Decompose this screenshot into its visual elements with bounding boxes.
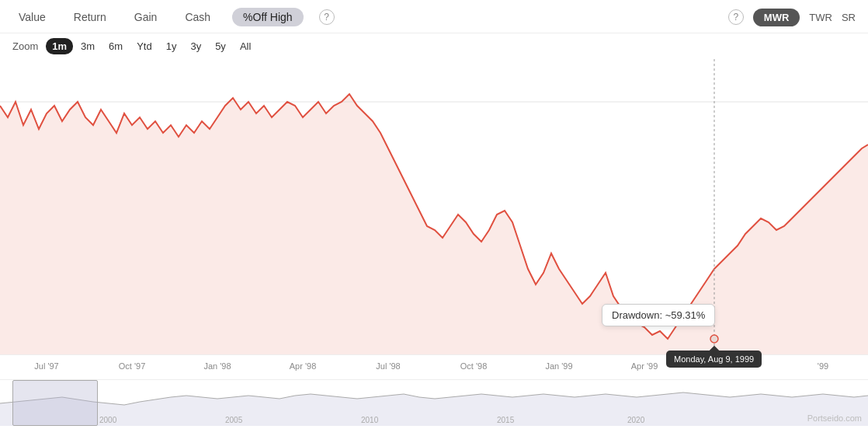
twr-button[interactable]: TWR <box>809 12 832 23</box>
x-label-apr99: Apr '99 <box>631 361 658 371</box>
zoom-6m[interactable]: 6m <box>102 38 129 54</box>
mini-chart: 2000 2005 2010 2015 2020 Portseido.com <box>0 379 868 426</box>
mini-chart-svg <box>0 380 868 426</box>
date-tooltip-text: Monday, Aug 9, 1999 <box>674 354 754 364</box>
nav-value[interactable]: Value <box>12 8 52 26</box>
top-nav: Value Return Gain Cash %Off High ? ? MWR… <box>0 0 868 33</box>
nav-cash[interactable]: Cash <box>179 8 217 26</box>
x-label-oct98: Oct '98 <box>460 361 488 371</box>
mini-selection[interactable] <box>12 380 98 426</box>
zoom-1m[interactable]: 1m <box>46 38 73 54</box>
mwr-button[interactable]: MWR <box>753 9 800 26</box>
nav-right: ? MWR TWR SR <box>728 9 856 26</box>
svg-point-3 <box>710 335 718 343</box>
help-icon-nav[interactable]: ? <box>319 9 335 25</box>
sr-button[interactable]: SR <box>842 12 856 23</box>
nav-gain[interactable]: Gain <box>128 8 164 26</box>
x-axis: Jul '97 Oct '97 Jan '98 Apr '98 Jul '98 … <box>0 354 868 379</box>
zoom-3y[interactable]: 3y <box>184 38 207 54</box>
zoom-1y[interactable]: 1y <box>160 38 183 54</box>
zoom-5y[interactable]: 5y <box>209 38 232 54</box>
x-label-jan98: Jan '98 <box>203 361 231 371</box>
x-label-jul98: Jul '98 <box>376 361 400 371</box>
nav-left: Value Return Gain Cash %Off High ? <box>12 8 335 26</box>
x-label-jan99: Jan '99 <box>545 361 572 371</box>
zoom-label: Zoom <box>12 40 38 52</box>
zoom-ytd[interactable]: Ytd <box>130 38 158 54</box>
x-label-apr98: Apr '98 <box>290 361 317 371</box>
drawdown-text: Drawdown: ~59.31% <box>612 309 705 321</box>
zoom-bar: Zoom 1m 3m 6m Ytd 1y 3y 5y All <box>0 33 868 59</box>
x-label-99: '99 <box>818 361 828 371</box>
nav-return[interactable]: Return <box>68 8 113 26</box>
chart-svg <box>0 59 868 354</box>
help-icon-right[interactable]: ? <box>728 9 744 25</box>
date-tooltip: Monday, Aug 9, 1999 <box>666 351 762 368</box>
x-label-oct97: Oct '97 <box>119 361 146 371</box>
zoom-all[interactable]: All <box>234 38 257 54</box>
main-chart: Drawdown: ~59.31% <box>0 59 868 354</box>
nav-off-high[interactable]: %Off High <box>232 8 304 26</box>
x-label-jul97: Jul '97 <box>34 361 58 371</box>
drawdown-tooltip: Drawdown: ~59.31% <box>602 304 715 326</box>
zoom-3m[interactable]: 3m <box>75 38 101 54</box>
